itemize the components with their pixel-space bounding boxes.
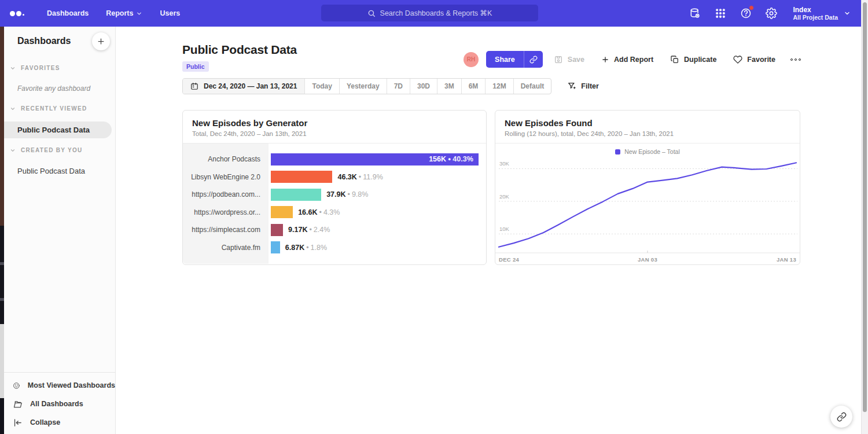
nav-item-users[interactable]: Users — [160, 9, 180, 17]
top-nav: Dashboards Reports Users Search Dashboar… — [0, 0, 861, 27]
line-chart-svg[interactable]: 10K20K30KDEC 24JAN 03JAN 13 — [495, 156, 800, 266]
bar-segment[interactable] — [271, 189, 321, 201]
preset-30d[interactable]: 30D — [410, 79, 437, 94]
avatar[interactable]: RH — [464, 52, 479, 67]
favorite-label: Favorite — [747, 56, 775, 64]
bar-track: 16.6K•4.3% — [269, 206, 486, 218]
bar-segment[interactable] — [271, 241, 280, 253]
bar-category-label[interactable]: https://podbean.com... — [183, 190, 269, 198]
preset-12m[interactable]: 12M — [485, 79, 513, 94]
bar-segment[interactable] — [271, 206, 293, 218]
add-report-label: Add Report — [614, 56, 653, 64]
chart-legend[interactable]: New Episode – Total — [495, 148, 800, 155]
bar-value-label: 9.17K•2.4% — [288, 226, 330, 234]
project-selector[interactable]: Index All Project Data — [793, 6, 851, 21]
filter-button[interactable]: Filter — [567, 82, 599, 91]
chart-title: New Episodes by Generator — [192, 118, 477, 128]
link-icon — [837, 412, 847, 422]
share-label: Share — [495, 56, 515, 64]
bar-category-label[interactable]: Libsyn WebEngine 2.0 — [183, 173, 269, 181]
collapse-sidebar-button[interactable]: Collapse — [4, 413, 115, 432]
all-dashboards-button[interactable]: All Dashboards — [4, 395, 115, 413]
most-viewed-dashboards-button[interactable]: Most Viewed Dashboards — [4, 376, 115, 395]
bar-segment[interactable] — [271, 171, 332, 183]
sidebar-item-public-podcast-data[interactable]: Public Podcast Data — [17, 167, 85, 175]
card-header[interactable]: New Episodes Found Rolling (12 hours), t… — [495, 111, 800, 144]
preset-3m[interactable]: 3M — [437, 79, 461, 94]
bar-value-label: 37.9K•9.8% — [326, 190, 368, 198]
plus-icon — [97, 37, 105, 46]
footer-item-label: Most Viewed Dashboards — [28, 381, 115, 389]
legend-swatch — [615, 149, 620, 155]
bar-category-label[interactable]: https://wordpress.or... — [183, 208, 269, 216]
duplicate-button[interactable]: Duplicate — [670, 55, 716, 64]
folder-icon — [13, 399, 23, 409]
date-range-group: Dec 24, 2020 — Jan 13, 2021 TodayYesterd… — [182, 78, 551, 94]
bar-segment[interactable]: 156K • 40.3% — [271, 153, 479, 165]
search-placeholder: Search Dashboards & Reports ⌘K — [380, 9, 492, 17]
more-options-button[interactable] — [790, 58, 801, 61]
legend-label: New Episode – Total — [624, 148, 680, 155]
svg-text:JAN 13: JAN 13 — [777, 256, 796, 263]
save-button[interactable]: Save — [554, 55, 584, 64]
bar-category-label[interactable]: https://simplecast.com — [183, 226, 269, 234]
data-source-icon[interactable] — [689, 7, 701, 20]
section-recently-viewed[interactable]: RECENTLY VIEWED — [4, 105, 115, 112]
add-report-button[interactable]: Add Report — [601, 56, 653, 64]
chevron-down-icon — [10, 106, 16, 112]
nav-item-label: Reports — [106, 9, 133, 17]
scrollbar-thumb[interactable] — [863, 2, 867, 412]
chevron-down-icon — [10, 65, 16, 71]
amplitude-logo-icon[interactable] — [10, 11, 30, 16]
sidebar-item-public-podcast-data-selected[interactable]: Public Podcast Data — [4, 122, 112, 138]
share-button[interactable]: Share — [486, 51, 524, 68]
bar-segment[interactable] — [271, 224, 283, 236]
preset-yesterday[interactable]: Yesterday — [339, 79, 387, 94]
bar-track: 37.9K•9.8% — [269, 189, 486, 201]
section-label: FAVORITES — [21, 65, 60, 71]
nav-item-reports[interactable]: Reports — [106, 9, 142, 17]
copy-link-fab[interactable] — [830, 406, 852, 428]
sidebar-title: Dashboards — [17, 36, 71, 46]
nav-item-dashboards[interactable]: Dashboards — [47, 9, 89, 17]
project-subtitle: All Project Data — [793, 14, 838, 21]
chevron-down-icon — [136, 10, 142, 17]
date-range-picker[interactable]: Dec 24, 2020 — Jan 13, 2021 — [183, 79, 304, 94]
main-content: Public Podcast Data Public RH Share Save… — [116, 27, 861, 434]
footer-item-label: All Dashboards — [30, 400, 83, 408]
duplicate-label: Duplicate — [684, 56, 716, 64]
public-badge: Public — [182, 61, 209, 72]
bar-category-label[interactable]: Captivate.fm — [183, 244, 269, 252]
bar-track: 46.3K•11.9% — [269, 171, 486, 183]
sidebar: Dashboards FAVORITES Favorite any dashbo… — [4, 27, 116, 434]
heart-icon — [733, 55, 742, 64]
add-dashboard-button[interactable] — [92, 32, 110, 50]
background-window-edge — [0, 27, 4, 434]
nav-item-label: Dashboards — [47, 9, 89, 17]
section-label: RECENTLY VIEWED — [21, 105, 87, 112]
preset-default[interactable]: Default — [513, 79, 551, 94]
favorite-button[interactable]: Favorite — [733, 55, 775, 64]
chart-subtitle: Total, Dec 24th, 2020 – Jan 13th, 2021 — [192, 130, 477, 137]
preset-6m[interactable]: 6M — [461, 79, 486, 94]
bar-row: Libsyn WebEngine 2.046.3K•11.9% — [183, 168, 486, 186]
svg-text:20K: 20K — [499, 193, 510, 200]
search-input[interactable]: Search Dashboards & Reports ⌘K — [321, 5, 538, 21]
help-icon[interactable] — [740, 7, 752, 20]
share-link-button[interactable] — [524, 51, 543, 68]
settings-gear-icon[interactable] — [765, 7, 778, 20]
collapse-icon — [13, 418, 23, 428]
card-header[interactable]: New Episodes by Generator Total, Dec 24t… — [183, 111, 486, 144]
bar-chart-card: New Episodes by Generator Total, Dec 24t… — [182, 110, 487, 265]
section-label: CREATED BY YOU — [21, 147, 83, 153]
preset-7d[interactable]: 7D — [387, 79, 410, 94]
bar-row: Captivate.fm6.87K•1.8% — [183, 239, 486, 257]
section-favorites[interactable]: FAVORITES — [4, 65, 115, 71]
section-created-by-you[interactable]: CREATED BY YOU — [4, 147, 115, 153]
bar-row: Anchor Podcasts156K • 40.3% — [183, 150, 486, 168]
favorites-empty-hint: Favorite any dashboard — [17, 84, 90, 93]
preset-today[interactable]: Today — [304, 79, 339, 94]
apps-grid-icon[interactable] — [714, 7, 727, 20]
link-icon — [529, 56, 538, 64]
bar-category-label[interactable]: Anchor Podcasts — [183, 155, 269, 163]
